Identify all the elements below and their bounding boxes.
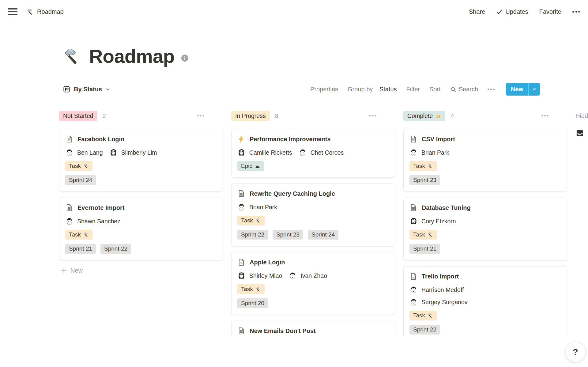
person-chip: Ben Lang: [65, 149, 103, 157]
view-switcher[interactable]: By Status: [59, 85, 110, 93]
breadcrumb[interactable]: Roadmap: [27, 8, 64, 15]
column-add-icon[interactable]: [384, 112, 391, 119]
column-add-icon[interactable]: [212, 112, 219, 119]
card-title: CSV Import: [422, 136, 455, 143]
status-badge[interactable]: Complete: [403, 111, 445, 121]
share-button[interactable]: Share: [469, 8, 485, 15]
avatar: [237, 203, 246, 211]
favorite-button[interactable]: Favorite: [539, 8, 561, 15]
column-count: 8: [275, 112, 278, 119]
status-badge-label: Not Started: [63, 112, 93, 119]
person-chip: Brian Park: [237, 203, 277, 211]
board-column-not-started: Not Started 2 Facebook Login Ben LangSli…: [59, 110, 223, 274]
person-name: Brian Park: [421, 149, 449, 156]
card-people: Brian Park: [409, 149, 561, 157]
hammer-icon: [83, 232, 89, 237]
column-add-icon[interactable]: [556, 112, 563, 119]
board-card[interactable]: New Emails Don't Post: [231, 321, 395, 336]
hammer-icon: [255, 286, 261, 292]
person-name: Ben Lang: [77, 149, 103, 156]
board-column-complete: Complete 4 CSV Import Brian Park TaskSpr…: [403, 110, 567, 336]
board-card[interactable]: Apple Login Shirley MiaoIvan Zhao TaskSp…: [231, 252, 395, 315]
toolbar-actions: Properties Group by Status Filter Sort S…: [310, 83, 540, 96]
hammer-icon: [428, 313, 433, 318]
new-button[interactable]: New: [506, 83, 540, 96]
more-options-icon[interactable]: [572, 11, 580, 13]
plus-icon: [61, 267, 67, 274]
properties-button[interactable]: Properties: [310, 86, 338, 93]
hammer-icon: [83, 163, 89, 169]
column-more-icon[interactable]: [369, 115, 376, 117]
breadcrumb-title: Roadmap: [37, 8, 64, 15]
card-people: Cory Etzkorn: [409, 217, 561, 225]
column-more-icon[interactable]: [541, 115, 548, 117]
search-button[interactable]: Search: [450, 86, 478, 93]
person-chip: Sergey Surganov: [409, 298, 468, 306]
document-icon: [237, 190, 245, 198]
board-column-in-progress: In Progress 8 Performance Improvements C…: [231, 110, 395, 336]
page-title-row: Roadmap: [63, 45, 588, 67]
tag-row: Task: [65, 230, 217, 240]
tag-task: Task: [237, 284, 265, 294]
toolbar-more-icon[interactable]: [488, 89, 495, 90]
status-badge[interactable]: In Progress: [231, 111, 270, 121]
card-title: Trello Import: [422, 273, 459, 280]
card-title-row: Facebook Login: [65, 135, 217, 143]
tag-sprint-23: Sprint 23: [273, 230, 303, 240]
updates-button[interactable]: Updates: [496, 8, 528, 15]
hammer-icon: [27, 8, 34, 15]
inbox-icon: [575, 129, 584, 138]
new-button-label[interactable]: New: [506, 83, 528, 96]
tag-row: Sprint 20: [237, 298, 389, 308]
help-button[interactable]: ?: [565, 342, 586, 362]
card-title-row: Trello Import: [409, 272, 561, 280]
card-title-row: Apple Login: [237, 258, 389, 266]
board-card[interactable]: Trello Import Harrison MedoffSergey Surg…: [403, 266, 567, 336]
board-card[interactable]: Database Tuning Cory Etzkorn TaskSprint …: [403, 198, 567, 260]
board-view-icon: [63, 85, 70, 93]
avatar: [65, 217, 74, 225]
person-name: Cory Etzkorn: [421, 218, 456, 225]
tag-row: Sprint 22Sprint 23Sprint 24: [237, 230, 389, 240]
sort-button[interactable]: Sort: [429, 86, 441, 93]
card-title-row: Evernote Import: [65, 204, 217, 212]
person-chip: Camille Ricketts: [237, 149, 292, 157]
hidden-groups-label[interactable]: Hidden groups: [575, 110, 588, 122]
tag-task: Task: [237, 216, 265, 225]
add-card-button[interactable]: New: [59, 267, 85, 274]
tag-task: Task: [409, 161, 437, 171]
tag-row: Sprint 24: [65, 175, 217, 185]
board-card[interactable]: CSV Import Brian Park TaskSprint 23: [403, 129, 567, 192]
board-card[interactable]: Performance Improvements Camille Rickett…: [231, 129, 395, 178]
hamburger-menu-icon[interactable]: [8, 8, 17, 15]
status-badge[interactable]: Not Started: [59, 111, 97, 121]
tag-epic: Epic: [237, 161, 264, 171]
chevron-down-icon: [532, 87, 537, 92]
tag-row: Task: [65, 161, 217, 171]
board-card[interactable]: Rewrite Query Caching Logic Brian Park T…: [231, 184, 395, 246]
board-card[interactable]: Facebook Login Ben LangSlimberly Lim Tas…: [59, 129, 223, 192]
person-chip: Chet Corcos: [299, 149, 344, 157]
person-name: Harrison Medoff: [421, 286, 464, 293]
document-icon: [65, 204, 73, 212]
card-people: Harrison MedoffSergey Surganov: [409, 286, 561, 306]
board-card[interactable]: Evernote Import Shawn Sanchez TaskSprint…: [59, 198, 223, 260]
card-title: Evernote Import: [77, 204, 124, 211]
info-icon[interactable]: [181, 54, 189, 62]
card-people: Brian Park: [237, 203, 389, 211]
person-chip: Slimberly Lim: [109, 149, 157, 157]
card-people: Camille RickettsChet Corcos: [237, 149, 389, 157]
group-by-button[interactable]: Group by Status: [348, 86, 397, 93]
search-icon: [450, 86, 456, 93]
page-title: Roadmap: [89, 45, 175, 67]
hidden-group-row[interactable]: No Status: [575, 129, 588, 138]
card-tags: TaskSprint 20: [237, 284, 389, 308]
topbar-right: Share Updates Favorite: [469, 8, 580, 15]
new-button-dropdown[interactable]: [528, 83, 540, 96]
card-tags: TaskSprint 21: [409, 230, 561, 254]
filter-button[interactable]: Filter: [406, 86, 420, 93]
tag-sprint-21: Sprint 21: [65, 244, 96, 254]
column-more-icon[interactable]: [197, 115, 204, 117]
person-name: Shirley Miao: [249, 272, 282, 279]
document-icon: [237, 327, 245, 335]
